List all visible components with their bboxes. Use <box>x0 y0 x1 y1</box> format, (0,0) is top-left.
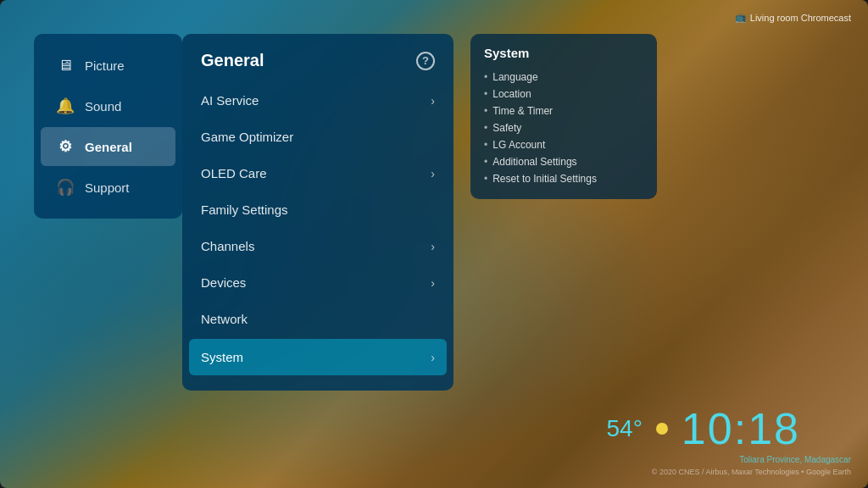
chevron-right-icon: › <box>431 276 435 290</box>
help-icon-text: ? <box>422 54 429 67</box>
menu-label-system: System <box>201 350 243 364</box>
weather-dot-icon <box>656 423 668 435</box>
menu-title: General <box>201 51 264 70</box>
system-item-additional-settings[interactable]: Additional Settings <box>484 153 643 170</box>
system-panel-title: System <box>484 46 643 60</box>
menu-item-oled-care[interactable]: OLED Care › <box>182 155 453 191</box>
system-item-safety[interactable]: Safety <box>484 119 643 136</box>
menu-header: General ? <box>182 47 453 82</box>
system-item-reset[interactable]: Reset to Initial Settings <box>484 170 643 187</box>
chromecast-icon: 📺 <box>735 12 747 23</box>
sidebar-item-support[interactable]: 🎧 Support <box>41 168 175 207</box>
system-item-lg-account[interactable]: LG Account <box>484 136 643 153</box>
clock-display: 10:18 <box>682 403 800 454</box>
tv-screen: 📺 Living room Chromecast 54° 10:18 Tolia… <box>0 0 868 488</box>
menu-item-game-optimizer[interactable]: Game Optimizer <box>182 119 453 155</box>
sidebar-label-sound: Sound <box>85 99 121 114</box>
menu-item-network[interactable]: Network <box>182 301 453 337</box>
menu-item-system[interactable]: System › <box>189 339 447 375</box>
system-label-lg-account: LG Account <box>492 139 545 151</box>
sidebar-item-general[interactable]: ⚙ General <box>41 127 175 166</box>
general-menu: General ? AI Service › Game Optimizer OL… <box>182 34 453 391</box>
general-icon: ⚙ <box>56 137 75 156</box>
sound-icon: 🔔 <box>56 97 75 115</box>
menu-label-ai-service: AI Service <box>201 93 259 108</box>
sidebar-label-picture: Picture <box>85 58 125 73</box>
menu-label-channels: Channels <box>201 239 254 253</box>
menu-label-network: Network <box>201 312 248 326</box>
menu-item-channels[interactable]: Channels › <box>182 228 453 264</box>
location-text: Toliara Province, Madagascar <box>739 455 851 464</box>
system-label-reset: Reset to Initial Settings <box>492 173 597 185</box>
chromecast-label: 📺 Living room Chromecast <box>735 12 851 23</box>
support-icon: 🎧 <box>56 178 75 197</box>
weather-widget: 54° 10:18 <box>607 403 800 454</box>
menu-label-oled-care: OLED Care <box>201 166 267 180</box>
chromecast-text: Living room Chromecast <box>750 13 851 23</box>
temperature-display: 54° <box>607 415 643 442</box>
system-item-time-timer[interactable]: Time & Timer <box>484 103 643 119</box>
sidebar: 🖥 Picture 🔔 Sound ⚙ General 🎧 Support <box>34 34 182 219</box>
system-label-location: Location <box>492 88 531 100</box>
system-label-safety: Safety <box>492 122 521 134</box>
sidebar-label-general: General <box>85 140 132 154</box>
help-icon[interactable]: ? <box>416 52 435 70</box>
chevron-right-icon: › <box>431 167 435 180</box>
chevron-right-icon: › <box>431 94 435 108</box>
chevron-right-icon: › <box>431 240 435 253</box>
system-label-time-timer: Time & Timer <box>492 105 553 117</box>
menu-label-game-optimizer: Game Optimizer <box>201 130 293 144</box>
menu-label-family-settings: Family Settings <box>201 202 288 217</box>
system-panel: System Language Location Time & Timer Sa… <box>470 34 657 199</box>
copyright-text: © 2020 CNES / Airbus, Maxar Technologies… <box>652 468 851 476</box>
sidebar-label-support: Support <box>85 180 130 195</box>
sidebar-item-sound[interactable]: 🔔 Sound <box>41 86 175 125</box>
system-label-additional-settings: Additional Settings <box>492 156 576 168</box>
sidebar-item-picture[interactable]: 🖥 Picture <box>41 46 175 85</box>
menu-item-devices[interactable]: Devices › <box>182 264 453 301</box>
menu-label-devices: Devices <box>201 275 246 290</box>
picture-icon: 🖥 <box>56 56 75 75</box>
system-label-language: Language <box>492 71 537 83</box>
system-item-location[interactable]: Location <box>484 86 643 103</box>
chevron-right-icon: › <box>431 351 435 364</box>
menu-item-ai-service[interactable]: AI Service › <box>182 82 453 119</box>
menu-item-family-settings[interactable]: Family Settings <box>182 191 453 228</box>
system-item-language[interactable]: Language <box>484 69 643 86</box>
